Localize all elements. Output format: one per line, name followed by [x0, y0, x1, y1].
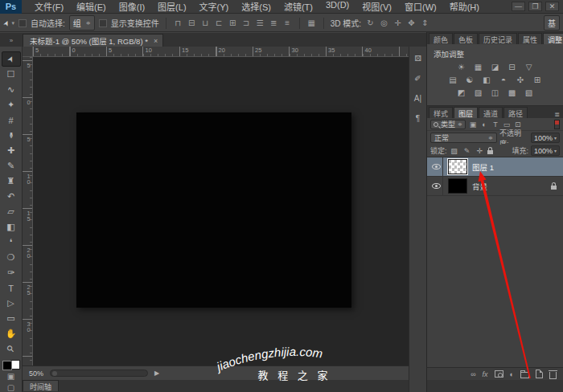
menu-item[interactable]: 选择(S) — [235, 0, 277, 14]
brush-tool[interactable]: ✎ — [2, 158, 21, 174]
threshold-icon[interactable]: ◫ — [490, 88, 501, 98]
brush-presets-panel-icon[interactable]: ⚄ — [411, 51, 425, 64]
distribute-bottom-icon[interactable]: ≡ — [282, 18, 293, 27]
layer-row-background[interactable]: 背景 — [427, 177, 563, 196]
path-selection-tool[interactable]: ▷ — [2, 296, 21, 311]
posterize-icon[interactable]: ▨ — [473, 88, 484, 98]
fill-field[interactable]: 100% ▾ — [531, 145, 560, 156]
eyedropper-tool[interactable]: ✒ — [2, 128, 21, 143]
panel-tab[interactable]: 样式 — [429, 107, 453, 118]
align-top-edges-icon[interactable]: ⊓ — [173, 18, 183, 27]
brush-panel-icon[interactable]: ✐ — [411, 71, 425, 84]
document-info-field[interactable] — [50, 370, 148, 377]
character-panel-icon[interactable]: A| — [411, 92, 425, 104]
distribute-center-icon[interactable]: ≣ — [269, 18, 279, 27]
color-balance-icon[interactable]: ☯ — [464, 75, 475, 85]
dodge-tool[interactable]: ❍ — [2, 250, 21, 265]
panel-menu-icon[interactable]: ≣ — [551, 111, 563, 118]
shape-tool[interactable]: ▭ — [2, 311, 21, 326]
lasso-tool[interactable]: ∿ — [2, 82, 21, 97]
align-bottom-edges-icon[interactable]: ⊔ — [200, 18, 211, 27]
panel-tab[interactable]: 调整 — [543, 33, 563, 44]
invert-icon[interactable]: ◩ — [456, 88, 467, 98]
photo-filter-icon[interactable]: ◓ — [498, 75, 509, 85]
curves-icon[interactable]: ◪ — [490, 62, 501, 72]
exposure-icon[interactable]: ⊟ — [507, 62, 518, 72]
panel-tab[interactable]: 历史记录 — [479, 33, 517, 44]
3d-drag-icon[interactable]: ✛ — [392, 18, 403, 27]
menu-item[interactable]: 3D(D) — [319, 0, 355, 14]
timeline-tab[interactable]: 时间轴 — [23, 380, 59, 391]
brightness-contrast-icon[interactable]: ☀ — [456, 62, 467, 72]
auto-select-checkbox[interactable] — [18, 19, 27, 27]
3d-slide-icon[interactable]: ✥ — [406, 18, 417, 27]
move-tool[interactable]: ➤ — [2, 51, 21, 67]
hue-saturation-icon[interactable]: ▤ — [447, 75, 458, 85]
visibility-toggle[interactable] — [430, 157, 443, 176]
layer-style-icon[interactable]: fx — [483, 370, 488, 378]
foreground-color-swatch[interactable] — [2, 361, 12, 370]
screen-mode-button[interactable]: ▢ — [2, 383, 21, 392]
filter-kind-dropdown[interactable]: 类型 ≑ — [430, 120, 466, 129]
lock-position-icon[interactable]: ✛ — [475, 147, 485, 155]
minimize-button[interactable]: — — [512, 2, 525, 11]
document-close-icon[interactable]: × — [154, 37, 158, 45]
align-vertical-centers-icon[interactable]: ⊟ — [187, 18, 197, 27]
gradient-tool[interactable]: ◧ — [2, 219, 21, 235]
menu-item[interactable]: 视图(V) — [355, 0, 398, 14]
blur-tool[interactable]: ❛ — [2, 235, 21, 250]
marquee-tool[interactable]: ☐ — [2, 67, 21, 82]
distribute-top-icon[interactable]: ☰ — [255, 18, 265, 27]
align-right-edges-icon[interactable]: ⊐ — [241, 18, 252, 27]
filter-pixel-layers-icon[interactable]: ▣ — [468, 120, 478, 129]
vibrance-icon[interactable]: ▽ — [524, 62, 535, 72]
auto-select-dropdown[interactable]: 组≑ — [69, 15, 95, 31]
layer-thumbnail[interactable] — [448, 159, 467, 174]
panel-tab[interactable]: 路径 — [503, 107, 528, 118]
menu-item[interactable]: 窗口(W) — [398, 0, 443, 14]
layer-filter-toggle[interactable] — [554, 120, 560, 129]
close-button[interactable]: ✕ — [545, 2, 559, 11]
3d-scale-icon[interactable]: ⇕ — [420, 18, 430, 27]
workspace-switcher-button[interactable]: 基 — [544, 15, 560, 31]
color-lookup-icon[interactable]: ⊞ — [532, 75, 543, 85]
magic-wand-tool[interactable]: ✦ — [2, 97, 21, 112]
tool-preset-caret-icon[interactable]: ▾ — [12, 20, 15, 27]
auto-align-layers-icon[interactable]: ▦ — [306, 18, 317, 27]
quick-mask-button[interactable]: ▣ — [2, 372, 21, 381]
menu-item[interactable]: 图像(I) — [113, 0, 151, 14]
document-tab[interactable]: 未标题-1 @ 50% (图层 1, RGB/8) * × — [23, 34, 163, 47]
panel-tab[interactable]: 色板 — [454, 33, 478, 44]
toolbar-collapse-icon[interactable]: » — [0, 37, 23, 47]
opacity-field[interactable]: 100% ▾ — [531, 133, 560, 143]
status-arrow-icon[interactable]: ▶ — [154, 370, 159, 377]
menu-item[interactable]: 图层(L) — [151, 0, 192, 14]
levels-icon[interactable]: ▦ — [473, 62, 484, 72]
panel-tab[interactable]: 图层 — [454, 107, 478, 118]
panel-tab[interactable]: 通道 — [479, 107, 503, 118]
align-left-edges-icon[interactable]: ⊏ — [214, 18, 224, 27]
lock-all-icon[interactable] — [487, 150, 493, 154]
lock-transparent-pixels-icon[interactable]: ▨ — [450, 147, 459, 155]
history-brush-tool[interactable]: ↶ — [2, 189, 21, 204]
zoom-tool[interactable]: ⚲ — [2, 341, 21, 357]
channel-mixer-icon[interactable]: ✣ — [515, 75, 526, 85]
paragraph-panel-icon[interactable]: ¶ — [411, 112, 425, 125]
menu-item[interactable]: 帮助(H) — [443, 0, 486, 14]
canvas[interactable] — [76, 112, 351, 308]
menu-item[interactable]: 文字(Y) — [193, 0, 236, 14]
black-white-icon[interactable]: ◧ — [481, 75, 492, 85]
visibility-toggle[interactable] — [430, 177, 443, 195]
layer-row-layer1[interactable]: 图层 1 — [427, 157, 563, 177]
pen-tool[interactable]: ✑ — [2, 265, 21, 280]
layer-thumbnail[interactable] — [448, 178, 467, 194]
link-layers-icon[interactable]: ∞ — [471, 370, 475, 378]
clone-stamp-tool[interactable]: ♜ — [2, 174, 21, 189]
blend-mode-dropdown[interactable]: 正常 ≑ — [430, 133, 497, 143]
panel-tab[interactable]: 属性 — [518, 33, 542, 44]
menu-item[interactable]: 编辑(E) — [70, 0, 113, 14]
type-tool[interactable]: T — [2, 280, 21, 296]
new-layer-icon[interactable] — [536, 370, 543, 378]
3d-roll-icon[interactable]: ◎ — [379, 18, 389, 27]
menu-item[interactable]: 文件(F) — [28, 0, 70, 14]
